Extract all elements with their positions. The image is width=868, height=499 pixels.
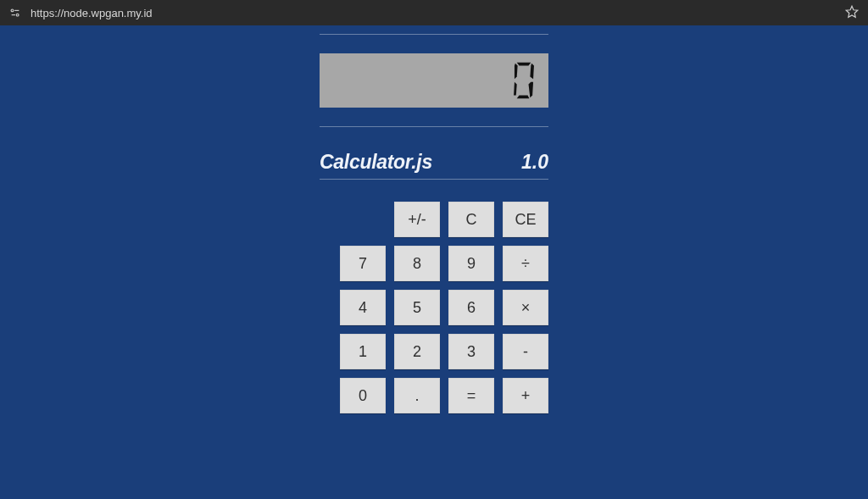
- key-7[interactable]: 7: [340, 246, 386, 281]
- app-name: Calculator.js: [320, 151, 432, 174]
- calculator-title-row: Calculator.js 1.0: [320, 151, 548, 174]
- calculator-display: 0: [320, 53, 548, 108]
- svg-point-2: [16, 14, 19, 16]
- svg-marker-5: [517, 63, 531, 66]
- display-digit: [511, 61, 537, 100]
- calculator: 0 Calculator.js 1.0 +/- C CE 7 8 9 ÷ 4 5…: [320, 34, 548, 499]
- key-multiply[interactable]: ×: [503, 290, 548, 325]
- divider-under-title: [320, 179, 548, 180]
- key-subtract[interactable]: -: [503, 334, 548, 369]
- key-2[interactable]: 2: [394, 334, 440, 369]
- svg-marker-4: [846, 6, 858, 17]
- key-1[interactable]: 1: [340, 334, 386, 369]
- key-decimal[interactable]: .: [394, 378, 440, 413]
- calculator-keypad: +/- C CE 7 8 9 ÷ 4 5 6 × 1 2 3 - 0 . = +: [320, 202, 548, 413]
- key-8[interactable]: 8: [394, 246, 440, 281]
- key-9[interactable]: 9: [448, 246, 494, 281]
- svg-marker-10: [515, 64, 518, 79]
- key-3[interactable]: 3: [448, 334, 494, 369]
- key-divide[interactable]: ÷: [503, 246, 548, 281]
- svg-marker-9: [514, 82, 517, 96]
- key-plus-minus[interactable]: +/-: [394, 202, 440, 237]
- key-6[interactable]: 6: [448, 290, 494, 325]
- key-4[interactable]: 4: [340, 290, 386, 325]
- key-equals[interactable]: =: [448, 378, 494, 413]
- key-5[interactable]: 5: [394, 290, 440, 325]
- key-clear[interactable]: C: [448, 202, 494, 237]
- page-body: 0 Calculator.js 1.0 +/- C CE 7 8 9 ÷ 4 5…: [0, 25, 868, 499]
- svg-marker-7: [529, 82, 534, 97]
- key-blank: [340, 202, 386, 237]
- divider-top: [320, 34, 548, 35]
- svg-point-0: [11, 9, 14, 12]
- site-settings-icon[interactable]: [8, 6, 22, 19]
- url-text[interactable]: https://node.wpgan.my.id: [31, 7, 844, 19]
- svg-marker-8: [517, 95, 530, 98]
- key-clear-entry[interactable]: CE: [503, 202, 548, 237]
- key-add[interactable]: +: [503, 378, 548, 413]
- bookmark-star-icon[interactable]: [844, 4, 860, 22]
- app-version: 1.0: [521, 151, 548, 174]
- browser-address-bar[interactable]: https://node.wpgan.my.id: [0, 0, 868, 25]
- divider-under-display: [320, 126, 548, 127]
- key-0[interactable]: 0: [340, 378, 386, 413]
- svg-marker-6: [530, 64, 534, 79]
